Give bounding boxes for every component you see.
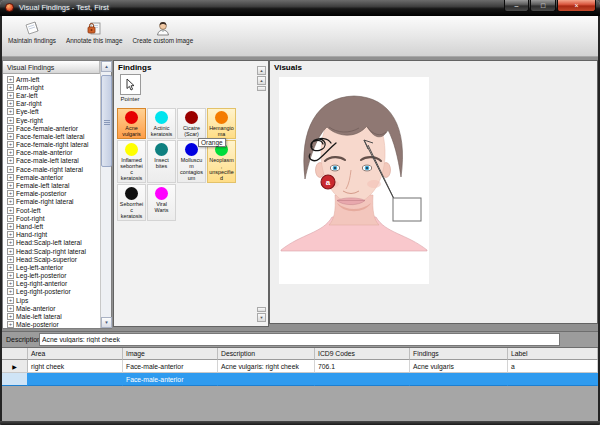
cell-icd9[interactable] <box>315 373 410 386</box>
column-header[interactable]: ICD9 Codes <box>315 348 410 360</box>
cell-area[interactable] <box>28 373 123 386</box>
maximize-button[interactable]: □ <box>530 0 556 12</box>
row-selector[interactable] <box>2 373 28 386</box>
finding-swatch-button[interactable]: Hemangioma <box>207 108 236 139</box>
scroll-up-icon[interactable]: ▲ <box>101 61 112 72</box>
expand-icon[interactable]: + <box>7 133 14 140</box>
expand-icon[interactable]: + <box>7 84 14 91</box>
cell-findings[interactable]: Acne vulgaris <box>410 360 508 373</box>
expand-icon[interactable]: + <box>7 215 14 222</box>
annotated-image-canvas[interactable]: a <box>279 77 429 284</box>
tree-item[interactable]: + Face-female-right lateral <box>7 141 100 149</box>
minimize-button[interactable]: – <box>504 0 529 12</box>
annotate-image-button[interactable]: Annotate this image <box>62 18 127 47</box>
tree-scrollbar[interactable]: ▲ ▼ <box>100 61 111 328</box>
create-custom-image-button[interactable]: Create custom image <box>128 18 197 47</box>
cell-image[interactable]: Face-male-anterior <box>123 373 218 386</box>
scrollbar-thumb[interactable] <box>101 75 112 167</box>
cell-area[interactable]: right cheek <box>28 360 123 373</box>
tree-item[interactable]: + Head:Scalp-right lateral <box>7 247 100 255</box>
tree-item[interactable]: + Lips <box>7 296 100 304</box>
tree-item[interactable]: + Hand-left <box>7 222 100 230</box>
expand-icon[interactable]: + <box>7 174 14 181</box>
column-header[interactable]: Findings <box>410 348 508 360</box>
expand-icon[interactable]: + <box>7 100 14 107</box>
tree-item[interactable]: + Face-male-left lateral <box>7 157 100 165</box>
expand-icon[interactable]: + <box>7 280 14 287</box>
palette-scroll-up-icon[interactable]: ▲ <box>257 66 266 75</box>
expand-icon[interactable]: + <box>7 166 14 173</box>
tree-item[interactable]: + Arm-right <box>7 83 100 91</box>
tree-item[interactable]: + Face-male-right lateral <box>7 165 100 173</box>
tree-item[interactable]: + Male-left lateral <box>7 312 100 320</box>
expand-icon[interactable]: + <box>7 182 14 189</box>
tree-item[interactable]: + Female-right lateral <box>7 198 100 206</box>
expand-icon[interactable]: + <box>7 207 14 214</box>
close-button[interactable]: × <box>557 0 596 12</box>
tree-item[interactable]: + Female-posterior <box>7 190 100 198</box>
tree-item[interactable]: + Leg-left-anterior <box>7 263 100 271</box>
finding-swatch-button[interactable]: Inflamed seborrheic keratosis <box>117 140 146 183</box>
tree-item[interactable]: + Face-female-left lateral <box>7 132 100 140</box>
column-header[interactable]: Description <box>218 348 315 360</box>
palette-grip[interactable] <box>257 307 266 312</box>
tree-item[interactable]: + Head:Scalp-superior <box>7 255 100 263</box>
expand-icon[interactable]: + <box>7 76 14 83</box>
tree-item[interactable]: + Hand-right <box>7 231 100 239</box>
pointer-tool-button[interactable]: Pointer <box>118 74 142 106</box>
tree-item[interactable]: + Leg-right-anterior <box>7 280 100 288</box>
expand-icon[interactable]: + <box>7 321 14 328</box>
table-row-selected[interactable]: Face-male-anterior <box>2 373 598 386</box>
title-bar[interactable]: Visual Findings - Test, First – □ × <box>0 0 600 16</box>
maintain-findings-button[interactable]: Maintain findings <box>4 18 60 47</box>
tree-item[interactable]: + Female-left lateral <box>7 181 100 189</box>
tree-item[interactable]: + Female-anterior <box>7 173 100 181</box>
finding-swatch-button[interactable]: Actinic keratosis <box>147 108 176 139</box>
finding-swatch-button[interactable]: Cicatre (Scar) <box>177 108 206 139</box>
expand-icon[interactable]: + <box>7 223 14 230</box>
finding-marker-a[interactable]: a <box>321 175 335 189</box>
column-header[interactable]: Label <box>508 348 598 360</box>
expand-icon[interactable]: + <box>7 297 14 304</box>
column-header[interactable]: Area <box>28 348 123 360</box>
tree-item[interactable]: + Male-anterior <box>7 304 100 312</box>
scroll-down-icon[interactable]: ▼ <box>101 317 112 328</box>
cell-findings[interactable] <box>410 373 508 386</box>
tree-item[interactable]: + Foot-right <box>7 214 100 222</box>
tree-item[interactable]: + Foot-left <box>7 206 100 214</box>
column-header[interactable]: Image <box>123 348 218 360</box>
palette-grip[interactable] <box>257 86 266 91</box>
tree-header[interactable]: Visual Findings <box>3 61 100 74</box>
cell-icd9[interactable]: 706.1 <box>315 360 410 373</box>
cell-description[interactable] <box>218 373 315 386</box>
expand-icon[interactable]: + <box>7 198 14 205</box>
cell-description[interactable]: Acne vulgaris: right cheek <box>218 360 315 373</box>
cell-label[interactable]: a <box>508 360 598 373</box>
expand-icon[interactable]: + <box>7 256 14 263</box>
finding-swatch-button[interactable]: Acne vulgaris <box>117 108 146 139</box>
palette-scroll-down-icon[interactable]: ▼ <box>257 313 266 322</box>
expand-icon[interactable]: + <box>7 149 14 156</box>
tree-item[interactable]: + Leg-right-posterior <box>7 288 100 296</box>
tree-item[interactable]: + Male-posterior <box>7 321 100 328</box>
cell-label[interactable] <box>508 373 598 386</box>
expand-icon[interactable]: + <box>7 125 14 132</box>
tree-item[interactable]: + Face-female-anterior <box>7 124 100 132</box>
row-selector-icon[interactable]: ▶ <box>2 360 28 373</box>
tree-item[interactable]: + Ear-right <box>7 100 100 108</box>
finding-swatch-button[interactable]: Seborrheic keratosis <box>117 184 146 221</box>
finding-swatch-button[interactable]: Insect bites <box>147 140 176 183</box>
expand-icon[interactable]: + <box>7 248 14 255</box>
expand-icon[interactable]: + <box>7 141 14 148</box>
expand-icon[interactable]: + <box>7 313 14 320</box>
tree-item[interactable]: + Arm-left <box>7 75 100 83</box>
tree-item[interactable]: + Eye-left <box>7 108 100 116</box>
finding-swatch-button[interactable]: Viral Warts <box>147 184 176 221</box>
tree-item[interactable]: + Leg-left-posterior <box>7 272 100 280</box>
expand-icon[interactable]: + <box>7 157 14 164</box>
expand-icon[interactable]: + <box>7 272 14 279</box>
expand-icon[interactable]: + <box>7 264 14 271</box>
tree-item[interactable]: + Ear-left <box>7 91 100 99</box>
tree-item[interactable]: + Eye-right <box>7 116 100 124</box>
expand-icon[interactable]: + <box>7 288 14 295</box>
